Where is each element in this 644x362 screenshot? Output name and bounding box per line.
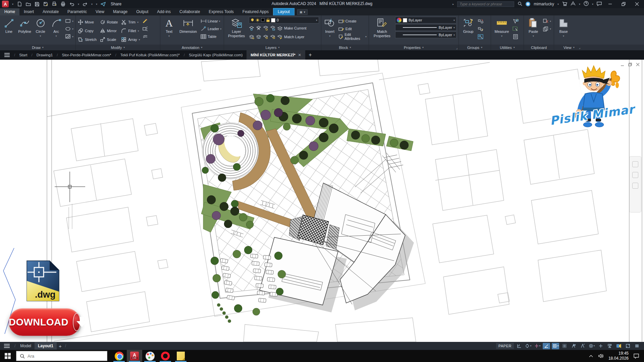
close-tab-icon[interactable]: ✕ [298, 53, 302, 57]
file-tab-tekli-puf[interactable]: Tekli Puf Koltuk (PislikMimar.com)* [116, 51, 184, 59]
layer-freeze-icon[interactable] [256, 26, 261, 31]
opera-app-icon[interactable] [158, 350, 173, 362]
start-button[interactable] [0, 350, 15, 362]
open-folder-icon[interactable] [25, 1, 31, 7]
ortho-mode-icon[interactable]: ▾ [534, 343, 541, 349]
copy-button[interactable]: Copy [78, 26, 97, 35]
print-icon[interactable] [60, 1, 66, 7]
array-button[interactable]: Array▾ [121, 35, 140, 44]
annotation-monitor-icon[interactable] [597, 343, 604, 349]
tab-layout[interactable]: Layout [273, 8, 294, 15]
insert-button[interactable]: Insert▾ [323, 17, 336, 45]
ungroup-icon[interactable] [478, 18, 484, 24]
quick-select-icon[interactable] [513, 18, 519, 24]
annotation-visibility-icon[interactable] [570, 343, 577, 349]
move-button[interactable]: Move [78, 18, 97, 26]
undo-icon[interactable] [69, 1, 74, 7]
doc-close-icon[interactable] [636, 62, 640, 67]
table-icon[interactable]: Table [201, 34, 221, 40]
new-drawing-tab-button[interactable]: + [309, 52, 312, 58]
layer-properties-button[interactable]: Layer Properties [226, 17, 247, 45]
save-icon[interactable] [34, 1, 40, 7]
polyline-button[interactable]: Polyline [18, 17, 32, 45]
search-icon[interactable] [518, 1, 522, 7]
make-current-label[interactable]: Make Current [284, 26, 307, 30]
share-icon[interactable] [101, 1, 106, 7]
edit-block-icon[interactable]: Edit [338, 26, 367, 32]
isolate-objects-icon[interactable] [606, 343, 613, 349]
arc-button[interactable]: Arc▾ [49, 17, 63, 45]
file-tab-drawing1[interactable]: Drawing1 [33, 51, 57, 59]
layer-states-icon[interactable] [263, 35, 268, 39]
navigation-bar[interactable] [629, 156, 641, 213]
ellipse-tool-icon[interactable]: ▾ [65, 26, 73, 32]
plot-icon[interactable] [52, 1, 57, 7]
file-tabs-menu-icon[interactable] [1, 53, 13, 57]
file-tab-surgulu-kapi[interactable]: Sürgülü Kapı (PislikMimar.com) [185, 51, 247, 59]
restore-button[interactable] [619, 0, 629, 8]
layer-unlock2-icon[interactable] [270, 35, 275, 39]
utilities-panel-title[interactable]: Utilities▾ [491, 45, 524, 50]
make-current-icon[interactable] [277, 26, 282, 31]
explode-icon[interactable] [142, 26, 148, 32]
selection-cycling-icon[interactable] [561, 343, 568, 349]
tab-express-tools[interactable]: Express Tools [204, 8, 238, 15]
match-layer-label[interactable]: Match Layer [284, 35, 305, 39]
layer-off-icon[interactable] [263, 26, 268, 31]
chrome-app-icon[interactable] [111, 350, 127, 362]
action-center-icon[interactable] [633, 353, 639, 359]
user-menu-caret-icon[interactable]: ▾ [557, 3, 559, 6]
hatch-tool-icon[interactable]: ▾ [65, 34, 73, 40]
match-properties-button[interactable]: Match Properties [371, 17, 393, 45]
paint-app-icon[interactable] [142, 350, 158, 362]
object-color-dropdown[interactable]: ByLayer▾ [395, 17, 457, 23]
graphics-performance-icon[interactable] [615, 343, 623, 349]
fillet-button[interactable]: Fillet▾ [121, 26, 140, 35]
search-expand-caret-icon[interactable]: ▸ [452, 3, 454, 6]
minimize-button[interactable] [605, 0, 615, 8]
circle-button[interactable]: Circle▾ [34, 17, 47, 45]
trim-button[interactable]: Trim▾ [121, 18, 140, 26]
paper-space-toggle[interactable]: PAPER [496, 343, 514, 349]
leader-icon[interactable]: Leader▾ [201, 26, 221, 32]
tab-manage[interactable]: Manage [109, 8, 132, 15]
layout-menu-icon[interactable] [4, 344, 10, 348]
close-button[interactable] [632, 0, 642, 8]
help-search-input[interactable] [457, 1, 514, 7]
tab-output[interactable]: Output [132, 8, 153, 15]
grid-display-icon[interactable] [516, 343, 523, 349]
ribbon-display-toggle[interactable]: ▣▾ [297, 9, 308, 15]
tab-home[interactable]: Home [0, 8, 19, 15]
group-selection-icon[interactable] [478, 34, 484, 40]
tray-expand-icon[interactable] [589, 354, 593, 358]
annotation-panel-title[interactable]: Annotation▾ [160, 45, 224, 50]
layers-panel-title[interactable]: Layers▾ [224, 45, 321, 50]
layer-isolate-icon[interactable] [249, 26, 254, 31]
linear-dimension-icon[interactable]: Linear▾ [201, 18, 221, 24]
text-button[interactable]: A Text▾ [162, 17, 176, 45]
help-icon[interactable] [584, 1, 589, 7]
quick-calculator-icon[interactable] [513, 34, 519, 40]
cut-icon[interactable]: ▾ [543, 18, 551, 24]
tab-annotate[interactable]: Annotate [38, 8, 63, 15]
customization-menu-icon[interactable] [633, 343, 641, 349]
layer-dropdown[interactable]: 0 ▾ [249, 17, 319, 23]
dimension-button[interactable]: Dimension [178, 17, 199, 45]
layer-lock-icon[interactable] [270, 26, 275, 31]
redo-caret-icon[interactable]: ▾ [91, 3, 93, 6]
app-menu-caret-icon[interactable]: ▾ [12, 3, 13, 6]
tab-parametric[interactable]: Parametric [63, 8, 91, 15]
drawing-viewport[interactable]: Pislik Mimar .dwg DOWNLOAD [0, 60, 644, 342]
redo-icon[interactable] [83, 1, 88, 7]
snap-mode-icon[interactable]: ▾ [525, 343, 532, 349]
file-tab-stor-perde[interactable]: Stor-Perde-PislikMimar.com* [58, 51, 115, 59]
workspace-gear-icon[interactable]: ▾ [588, 343, 595, 349]
mirror-button[interactable]: Mirror [100, 26, 118, 35]
volume-icon[interactable] [598, 354, 604, 358]
undo-caret-icon[interactable]: ▾ [78, 3, 79, 6]
autodesk-logo-icon[interactable] [571, 1, 576, 7]
autocad-app-icon[interactable]: A [2, 1, 9, 7]
download-button[interactable]: DOWNLOAD [9, 308, 80, 336]
block-panel-title[interactable]: Block▾ [321, 45, 369, 50]
lineweight-dropdown[interactable]: ByLayer▾ [395, 24, 457, 31]
